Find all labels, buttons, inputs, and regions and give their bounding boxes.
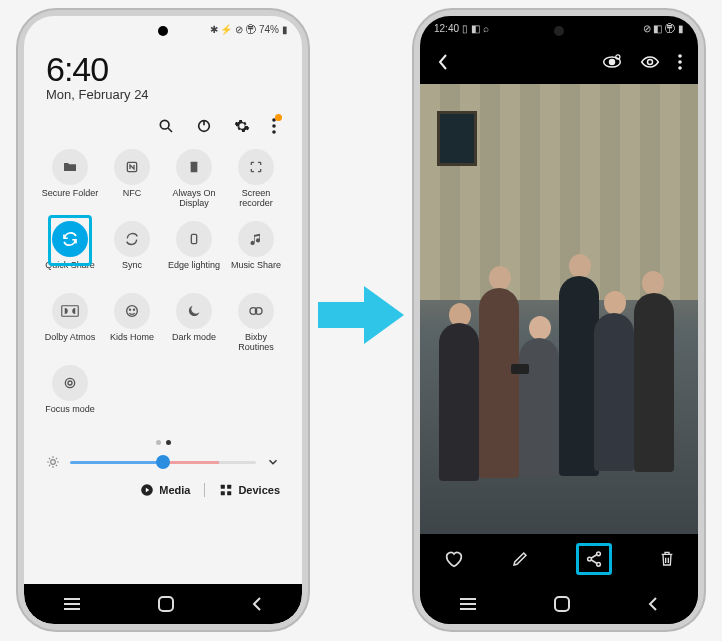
svg-point-29: [610, 60, 615, 65]
chevron-down-icon[interactable]: [266, 455, 280, 469]
folder-icon: [52, 149, 88, 185]
phone-in-hand: [511, 364, 529, 374]
more-icon[interactable]: [678, 54, 682, 70]
status-time: 12:40: [434, 23, 459, 34]
tile-nfc[interactable]: NFC: [102, 146, 162, 212]
svg-rect-27: [159, 597, 173, 611]
svg-rect-20: [221, 485, 225, 489]
gallery-bottom-bar: [420, 534, 698, 584]
music-icon: [238, 221, 274, 257]
recents-button[interactable]: [458, 597, 478, 611]
tile-label: Kids Home: [110, 333, 154, 353]
media-button[interactable]: Media: [140, 483, 190, 497]
brightness-slider[interactable]: [24, 451, 302, 477]
svg-point-34: [678, 66, 682, 70]
tile-secure-folder[interactable]: Secure Folder: [40, 146, 100, 212]
quick-tiles-grid: Secure Folder NFC Always On Display Scre…: [24, 146, 302, 428]
utility-row: [24, 112, 302, 146]
tile-label: Quick Share: [45, 261, 95, 281]
moon-icon: [176, 293, 212, 329]
quick-access-row: Media Devices: [24, 477, 302, 507]
photo-people-group: [434, 242, 684, 490]
battery-icon: ▮: [282, 24, 288, 35]
tile-kids-home[interactable]: Kids Home: [102, 290, 162, 356]
tile-focus-mode[interactable]: Focus mode: [40, 362, 100, 428]
dolby-icon: [52, 293, 88, 329]
back-button[interactable]: [250, 596, 264, 612]
clock-date: Mon, February 24: [46, 87, 280, 102]
home-button[interactable]: [157, 595, 175, 613]
svg-line-1: [168, 128, 172, 132]
photo-window: [437, 111, 477, 166]
clock-block: 6:40 Mon, February 24: [24, 42, 302, 112]
screen-gallery-viewer: 12:40 ▯ ◧ ⌕ ⊘ ◧ 〶 ▮: [420, 16, 698, 624]
separator: [204, 483, 205, 497]
devices-button[interactable]: Devices: [219, 483, 280, 497]
tile-dark-mode[interactable]: Dark mode: [164, 290, 224, 356]
tile-music-share[interactable]: Music Share: [226, 218, 286, 284]
edit-button[interactable]: [511, 550, 529, 568]
phone-mockup-left: ✱ ⚡ ⊘ 〶 74% ▮ 6:40 Mon, February 24: [18, 10, 308, 630]
target-icon: [52, 365, 88, 401]
status-icons: ✱ ⚡ ⊘ 〶: [210, 24, 256, 35]
power-icon[interactable]: [196, 118, 212, 134]
tile-quick-share[interactable]: Quick Share: [40, 218, 100, 284]
settings-icon[interactable]: [234, 118, 250, 134]
camera-notch: [554, 26, 564, 36]
home-button[interactable]: [553, 595, 571, 613]
tile-always-on-display[interactable]: Always On Display: [164, 146, 224, 212]
tile-label: Bixby Routines: [226, 333, 286, 353]
tile-label: Music Share: [231, 261, 281, 281]
nfc-icon: [114, 149, 150, 185]
tile-label: NFC: [123, 189, 142, 209]
svg-point-6: [272, 130, 276, 134]
brightness-thumb[interactable]: [156, 455, 170, 469]
page-indicator: [24, 428, 302, 451]
favorite-button[interactable]: [444, 550, 464, 568]
status-right-icons: ⊘ ◧ 〶 ▮: [643, 23, 684, 34]
svg-line-38: [591, 555, 597, 559]
brightness-icon: [46, 455, 60, 469]
media-label: Media: [159, 484, 190, 496]
circles-icon: [238, 293, 274, 329]
tile-label: Edge lighting: [168, 261, 220, 281]
page-dot-active: [166, 440, 171, 445]
delete-button[interactable]: [659, 550, 675, 568]
svg-point-33: [678, 60, 682, 64]
tile-label: Dark mode: [172, 333, 216, 353]
eye-icon[interactable]: [640, 55, 660, 69]
svg-point-13: [133, 309, 134, 310]
svg-point-16: [65, 378, 74, 387]
doc-icon: [176, 149, 212, 185]
search-icon[interactable]: [158, 118, 174, 134]
more-icon[interactable]: [272, 118, 276, 134]
tile-dolby-atmos[interactable]: Dolby Atmos: [40, 290, 100, 356]
gallery-top-bar: [420, 40, 698, 84]
photo-viewport[interactable]: [420, 84, 698, 534]
tile-label: Secure Folder: [42, 189, 99, 209]
tile-label: Always On Display: [164, 189, 224, 209]
svg-rect-23: [228, 491, 232, 495]
svg-point-18: [51, 460, 56, 465]
arrow-right-icon: [318, 280, 404, 350]
battery-percent: 74%: [259, 24, 279, 35]
svg-line-39: [591, 560, 597, 564]
status-left-icons: ▯ ◧ ⌕: [462, 23, 489, 34]
tile-sync[interactable]: Sync: [102, 218, 162, 284]
clock-time: 6:40: [46, 50, 280, 89]
tile-screen-recorder[interactable]: Screen recorder: [226, 146, 286, 212]
back-button[interactable]: [646, 596, 660, 612]
brightness-track[interactable]: [70, 461, 256, 464]
tile-edge-lighting[interactable]: Edge lighting: [164, 218, 224, 284]
share-button[interactable]: [576, 543, 612, 575]
capture-icon: [238, 149, 274, 185]
notification-dot: [275, 114, 282, 121]
tile-bixby-routines[interactable]: Bixby Routines: [226, 290, 286, 356]
back-icon[interactable]: [436, 53, 450, 71]
svg-point-32: [678, 54, 682, 58]
bixby-vision-icon[interactable]: [602, 54, 622, 70]
page-dot: [156, 440, 161, 445]
svg-rect-43: [555, 597, 569, 611]
recents-button[interactable]: [62, 597, 82, 611]
navigation-bar: [420, 584, 698, 624]
